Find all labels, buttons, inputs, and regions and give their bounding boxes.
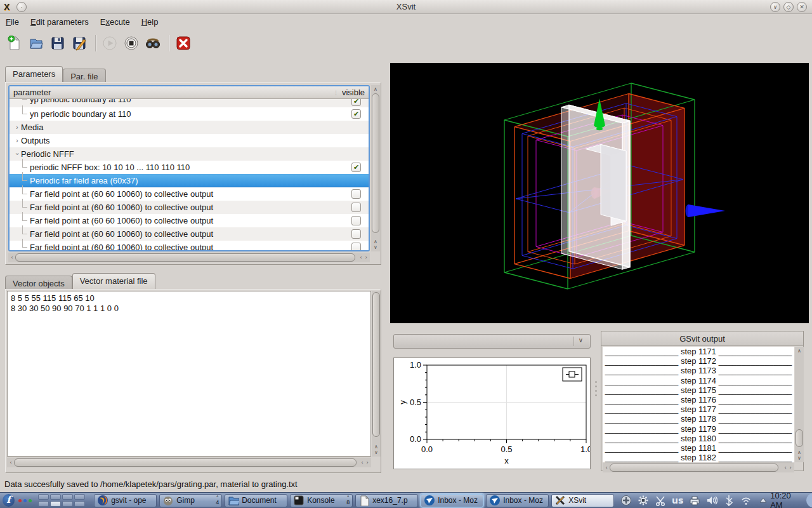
tree-row[interactable]: ›Periodic NFFF — [10, 147, 369, 161]
tree-vertical-scrollbar[interactable]: ∧ ∧ ∨ — [371, 85, 380, 251]
xsvit-icon — [554, 495, 566, 506]
keyboard-layout[interactable]: us — [672, 495, 683, 506]
visible-checkbox[interactable]: ✔ — [351, 99, 361, 106]
tree-header[interactable]: parameter ⋮ visible — [10, 86, 369, 99]
splitter-handle[interactable] — [594, 381, 598, 419]
gsvit-output-list[interactable]: ________________ step 1171 _____________… — [603, 347, 794, 462]
menu-edit-parameters[interactable]: Edit parameters — [25, 16, 95, 28]
visible-checkbox[interactable] — [351, 216, 361, 225]
tree-row[interactable]: Far field point at (60 60 10060) to coll… — [10, 201, 369, 214]
tab-parameters[interactable]: Parameters — [5, 66, 63, 82]
save-as-button[interactable] — [70, 34, 89, 53]
taskbar-button-gsvit-ope[interactable]: gsvit - ope — [94, 494, 157, 507]
menu-execute[interactable]: Execute — [95, 16, 136, 28]
desktop: { "window": { "title": "XSvit" }, "menu"… — [0, 0, 812, 508]
desktop-peek-icon[interactable] — [806, 493, 812, 507]
visible-checkbox[interactable]: ✔ — [351, 163, 361, 172]
thunderbird-icon — [424, 495, 435, 506]
gsvit-output-line: ________________ step 1181 _____________… — [603, 443, 794, 453]
taskbar-button-document[interactable]: Document — [225, 494, 287, 507]
expander-closed-icon[interactable]: › — [13, 124, 21, 131]
bluetooth-icon[interactable] — [723, 495, 735, 506]
quit-button[interactable] — [174, 34, 193, 53]
taskbar-button-gimp[interactable]: Gimpˆ4 — [159, 494, 222, 507]
tree-row[interactable]: Far field point at (60 60 10060) to coll… — [10, 241, 369, 251]
tree-row[interactable]: ›Outputs — [10, 134, 369, 147]
wifi-icon[interactable] — [740, 495, 752, 506]
maximize-button[interactable]: ◇ — [783, 2, 794, 12]
pager-desktop-3[interactable] — [62, 494, 73, 500]
tree-header-parameter[interactable]: parameter — [13, 88, 51, 97]
gear-icon[interactable] — [638, 495, 649, 506]
start-menu-fedora-icon[interactable]: f — [3, 494, 15, 507]
visible-checkbox[interactable]: ✔ — [351, 109, 361, 119]
menu-file[interactable]: File — [0, 16, 25, 28]
gsvit-vertical-scrollbar[interactable]: ∧ ∧ ∨ — [795, 347, 804, 462]
volume-icon[interactable] — [706, 495, 717, 506]
tree-row[interactable]: Periodic far field area (60x37) — [10, 174, 369, 187]
scissors-icon[interactable] — [655, 495, 666, 506]
vector-horizontal-scrollbar[interactable]: ‹ ‹ › — [7, 458, 371, 467]
tab-vector-objects[interactable]: Vector objects — [5, 276, 72, 289]
x-tick-label: 1.0 — [580, 444, 590, 454]
notifier-icon[interactable] — [620, 495, 632, 506]
visible-checkbox[interactable] — [351, 203, 361, 212]
tree-connector — [22, 99, 27, 100]
pager-desktop-5[interactable] — [38, 501, 49, 507]
close-button[interactable]: ✕ — [797, 2, 807, 12]
pager-desktop-6[interactable] — [50, 501, 61, 507]
clock[interactable]: 10:20 AM — [770, 491, 804, 508]
tree-header-visible[interactable]: visible — [342, 88, 365, 97]
taskbar-button-xex16-7-p[interactable]: xex16_7.p — [355, 494, 418, 507]
tree-row[interactable]: yn periodic boundary at 110✔ — [10, 107, 369, 121]
taskbar-button-inbox-moz[interactable]: Inbox - Moz — [421, 494, 483, 507]
preview-button[interactable] — [143, 34, 162, 53]
tree-row[interactable]: Far field point at (60 60 10060) to coll… — [10, 214, 369, 227]
menu-help[interactable]: Help — [136, 16, 164, 28]
tab-par-file[interactable]: Par. file — [63, 69, 105, 82]
expander-open-icon[interactable]: › — [14, 150, 21, 158]
firefox-icon — [97, 495, 108, 506]
minimize-button[interactable]: ∨ — [770, 2, 780, 12]
taskbar-button-label: Document — [242, 496, 284, 505]
gsvit-horizontal-scrollbar[interactable]: ‹ ‹ › — [603, 463, 794, 472]
visible-checkbox[interactable] — [351, 243, 361, 251]
open-file-button[interactable] — [27, 34, 46, 53]
tree-row[interactable]: periodic NFFF box: 10 10 10 ... 110 110 … — [10, 161, 369, 174]
vector-material-textarea[interactable]: 8 5 5 55 115 115 65 10 8 30 30 50 90 90 … — [7, 291, 371, 457]
save-button[interactable] — [48, 34, 67, 53]
window-title: XSvit — [0, 2, 812, 11]
pager-desktop-7[interactable] — [62, 501, 73, 507]
new-file-button[interactable] — [5, 34, 24, 53]
tree-connector — [22, 172, 27, 181]
vector-vertical-scrollbar[interactable]: ∧ ∨ — [372, 291, 381, 457]
stop-button[interactable] — [122, 34, 141, 53]
3d-scene-view[interactable] — [390, 63, 809, 323]
pager-desktop-4[interactable] — [74, 494, 85, 500]
gsvit-output-line: ________________ step 1173 _____________… — [603, 366, 794, 375]
tree-row[interactable]: yp periodic boundary at 110✔ — [10, 99, 369, 107]
expander-closed-icon[interactable]: › — [13, 137, 21, 144]
x-axis-label: x — [504, 456, 509, 465]
graph-source-combobox[interactable]: ∨ — [393, 334, 591, 349]
parameter-tree[interactable]: parameter ⋮ visible yp periodic boundary… — [8, 85, 370, 251]
titlebar[interactable]: X · XSvit ∨ ◇ ✕ — [0, 0, 812, 14]
tree-row[interactable]: ›Media — [10, 121, 369, 134]
tree-row[interactable]: Far field point at (60 60 10060) to coll… — [10, 227, 369, 241]
pager-desktop-1[interactable] — [38, 494, 49, 500]
visible-checkbox[interactable] — [351, 189, 361, 199]
tree-horizontal-scrollbar[interactable]: ‹ ‹ › — [8, 253, 370, 262]
taskbar-button-konsole[interactable]: Konsoleˆ8 — [290, 494, 353, 507]
visible-checkbox[interactable] — [351, 229, 361, 239]
document-icon — [358, 495, 370, 506]
pager-desktop-8[interactable] — [74, 501, 85, 507]
tree-row[interactable]: Far field point at (60 60 10060) to coll… — [10, 187, 369, 201]
printer-icon[interactable] — [689, 495, 700, 506]
taskbar-button-inbox-moz[interactable]: Inbox - Moz — [486, 494, 549, 507]
expand-triangle-icon[interactable] — [757, 495, 769, 506]
tab-vector-material-file[interactable]: Vector material file — [72, 273, 155, 289]
plot-legend — [563, 368, 582, 381]
pager-desktop-2[interactable] — [50, 494, 61, 500]
desktop-pager[interactable] — [38, 494, 85, 507]
taskbar-button-xsvit[interactable]: XSvit — [551, 494, 614, 507]
